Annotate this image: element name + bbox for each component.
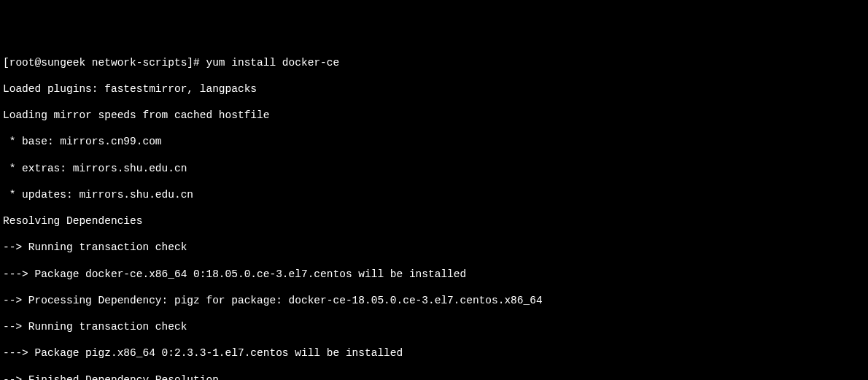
output-line: Loading mirror speeds from cached hostfi…: [3, 109, 865, 122]
output-line: --> Running transaction check: [3, 241, 865, 254]
output-line: Loaded plugins: fastestmirror, langpacks: [3, 82, 865, 96]
output-line: * updates: mirrors.shu.edu.cn: [3, 188, 865, 201]
output-line: --> Processing Dependency: pigz for pack…: [3, 294, 865, 307]
output-line: * extras: mirrors.shu.edu.cn: [3, 162, 865, 175]
command-line: [root@sungeek network-scripts]# yum inst…: [3, 56, 865, 69]
shell-prompt: [root@sungeek network-scripts]#: [3, 57, 206, 69]
output-line: --> Finished Dependency Resolution: [3, 373, 865, 381]
output-line: --> Running transaction check: [3, 320, 865, 333]
shell-command[interactable]: yum install docker-ce: [206, 57, 339, 69]
output-line: ---> Package pigz.x86_64 0:2.3.3-1.el7.c…: [3, 346, 865, 360]
output-line: Resolving Dependencies: [3, 214, 865, 228]
output-line: * base: mirrors.cn99.com: [3, 135, 865, 148]
output-line: ---> Package docker-ce.x86_64 0:18.05.0.…: [3, 268, 865, 281]
